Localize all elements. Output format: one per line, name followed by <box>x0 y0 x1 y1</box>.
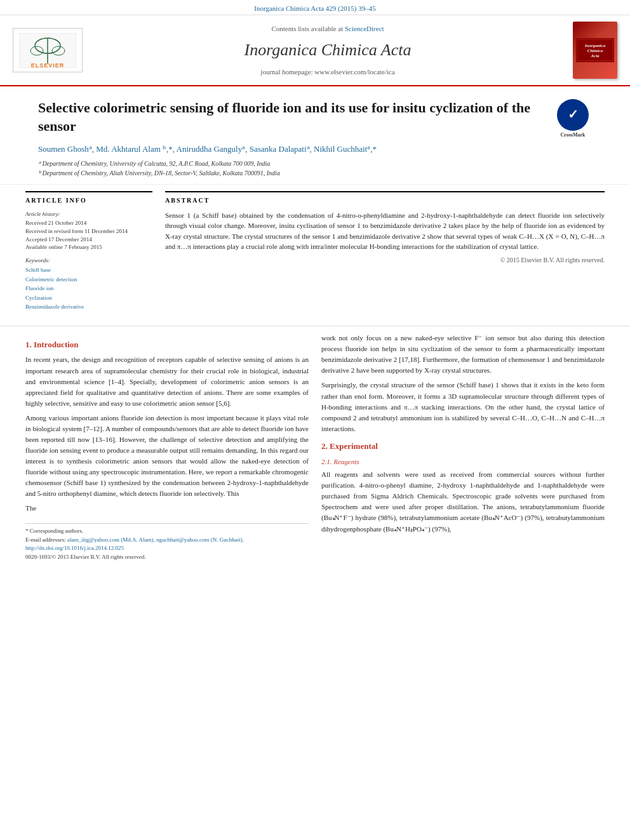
section1-para3-start: The <box>25 503 309 514</box>
svg-text:✓: ✓ <box>568 107 579 121</box>
keyword-4: Cyclization <box>25 293 152 302</box>
issn-text: 0020-1693/© 2015 Elsevier B.V. All right… <box>25 553 309 562</box>
abstract-panel: ABSTRACT Sensor 1 (a Schiff base) obtain… <box>165 191 605 317</box>
section1-para-crystal: Surprisingly, the crystal structure of t… <box>321 380 605 434</box>
available-date: Available online 7 February 2015 <box>25 243 152 251</box>
science-direct-text: Contents lists available at ScienceDirec… <box>271 24 384 34</box>
left-column: 1. Introduction In recent years, the des… <box>25 333 309 561</box>
keyword-5: Benzimidazole derivative <box>25 302 152 311</box>
article-info-panel: ARTICLE INFO Article history: Received 2… <box>25 191 152 317</box>
elsevier-logo: ELSEVIER <box>10 22 86 79</box>
abstract-text: Sensor 1 (a Schiff base) obtained by the… <box>165 210 605 252</box>
section1-para1: In recent years, the design and recognit… <box>25 354 309 408</box>
science-direct-link[interactable]: ScienceDirect <box>345 25 384 32</box>
journal-title: Inorganica Chimica Acta <box>245 39 412 62</box>
section2-heading: 2. Experimental <box>321 441 605 452</box>
section2-reagents-text: All reagents and solvents were used as r… <box>321 469 605 534</box>
article-info-abstract: ARTICLE INFO Article history: Received 2… <box>0 185 630 323</box>
section2-subheading: 2.1. Reagents <box>321 457 605 467</box>
abstract-copyright: © 2015 Elsevier B.V. All rights reserved… <box>165 256 605 265</box>
journal-title-area: Contents lists available at ScienceDirec… <box>92 22 563 79</box>
accepted-date: Accepted 17 December 2014 <box>25 236 152 244</box>
section1-para2: Among various important anions fluoride … <box>25 413 309 499</box>
article-header: Selective colorimetric sensing of fluori… <box>0 86 630 184</box>
received-revised-date: Received in revised form 11 December 201… <box>25 227 152 236</box>
journal-header: ELSEVIER Contents lists available at Sci… <box>0 15 630 86</box>
footnotes: * Corresponding authors. E-mail addresse… <box>25 523 309 561</box>
authors: Soumen Ghoshᵃ, Md. Akhtarul Alam ᵇ,*, An… <box>38 143 592 155</box>
received-date: Received 21 October 2014 <box>25 219 152 227</box>
cover-image: Inorganica Chimica Acta <box>573 22 617 79</box>
affiliation-b: ᵇ Department of Chemistry, Aliah Univers… <box>38 168 592 178</box>
section1-heading: 1. Introduction <box>25 339 309 350</box>
keywords-block: Keywords: Schiff base Colorimetric detec… <box>25 257 152 312</box>
email-link[interactable]: alam_iitg@yahoo.com (Md.A. Alam), nguchh… <box>67 537 244 543</box>
keyword-3: Fluoride ion <box>25 284 152 293</box>
affiliation-a: ᵃ Department of Chemistry, University of… <box>38 159 592 168</box>
doi-link[interactable]: http://dx.doi.org/10.1016/j.ica.2014.12.… <box>25 544 309 553</box>
corresponding-note: * Corresponding authors. <box>25 527 309 536</box>
section1-continuation: work not only focus on a new naked-eye s… <box>321 333 605 376</box>
affiliations: ᵃ Department of Chemistry, University of… <box>38 159 592 178</box>
svg-text:Inorganica: Inorganica <box>584 43 606 48</box>
article-title: Selective colorimetric sensing of fluori… <box>38 99 592 135</box>
crossmark-icon: ✓ <box>557 99 589 131</box>
svg-text:ELSEVIER: ELSEVIER <box>31 62 65 68</box>
email-note: E-mail addresses: alam_iitg@yahoo.com (M… <box>25 536 309 545</box>
right-column: work not only focus on a new naked-eye s… <box>321 333 605 561</box>
abstract-heading: ABSTRACT <box>165 196 605 205</box>
svg-text:Acta: Acta <box>590 53 600 58</box>
journal-homepage: journal homepage: www.elsevier.com/locat… <box>260 67 394 77</box>
article-history: Article history: Received 21 October 201… <box>25 210 152 251</box>
keyword-2: Colorimetric detection <box>25 275 152 284</box>
keyword-1: Schiff base <box>25 265 152 274</box>
article-info-heading: ARTICLE INFO <box>25 196 152 205</box>
crossmark-label: CrossMark <box>561 132 586 138</box>
journal-cover: Inorganica Chimica Acta <box>570 22 620 79</box>
cover-graphic: Inorganica Chimica Acta <box>576 38 614 62</box>
keywords-label: Keywords: <box>25 257 152 265</box>
history-label: Article history: <box>25 210 152 218</box>
main-content: 1. Introduction In recent years, the des… <box>0 326 630 568</box>
crossmark-badge[interactable]: ✓ CrossMark <box>554 99 592 137</box>
svg-text:Chimica: Chimica <box>587 48 603 53</box>
elsevier-emblem-svg: ELSEVIER <box>19 33 76 68</box>
journal-reference: Inorganica Chimica Acta 429 (2015) 39–45 <box>0 0 630 15</box>
elsevier-logo-box: ELSEVIER <box>13 28 83 72</box>
